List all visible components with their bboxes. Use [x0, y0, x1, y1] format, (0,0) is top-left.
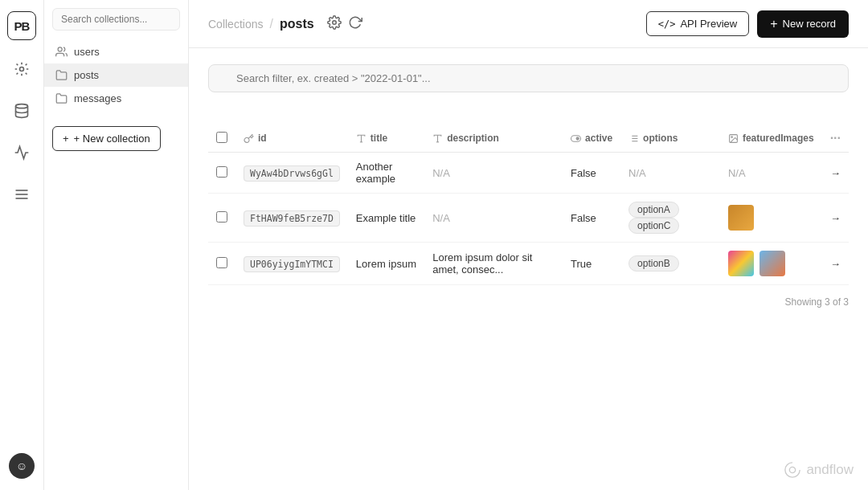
td-description-2: N/A [424, 194, 563, 243]
sidebar-item-posts[interactable]: posts [44, 63, 188, 87]
table-row: FtHAW9feB5rze7D Example title N/A False … [208, 194, 849, 243]
main-panel: Collections / posts </> API Preview + Ne… [189, 0, 868, 490]
th-title[interactable]: title [348, 125, 424, 153]
new-collection-button[interactable]: + + New collection [52, 126, 161, 151]
nav-icon-database[interactable] [9, 98, 35, 124]
table-header-row: id title description [208, 125, 849, 153]
main-header: Collections / posts </> API Preview + Ne… [189, 0, 868, 48]
td-title-3: Lorem ipsum [348, 243, 424, 285]
image-thumb-3b [760, 251, 785, 276]
list-icon [628, 133, 639, 144]
api-preview-button[interactable]: </> API Preview [646, 11, 750, 36]
type-icon-title [356, 133, 366, 144]
image-icon [728, 133, 739, 144]
svg-point-22 [731, 136, 733, 137]
breadcrumb-sep: / [269, 17, 272, 31]
row-checkbox-2[interactable] [216, 211, 227, 223]
api-code-icon: </> [658, 18, 676, 30]
breadcrumb-root[interactable]: Collections [208, 18, 263, 31]
main-content: id title description [189, 48, 868, 490]
th-options[interactable]: options [620, 125, 720, 153]
key-icon [244, 133, 254, 144]
sidebar-item-label-posts: posts [74, 69, 99, 81]
td-featured-images-3 [720, 243, 822, 285]
svg-point-6 [332, 21, 336, 25]
more-options-icon[interactable]: ··· [830, 131, 841, 145]
td-checkbox-1 [208, 153, 235, 194]
svg-point-0 [20, 67, 24, 71]
user-avatar[interactable]: ☺ [9, 453, 35, 479]
id-badge-2: FtHAW9feB5rze7D [244, 210, 340, 227]
select-all-checkbox[interactable] [216, 132, 227, 143]
th-active[interactable]: active [563, 125, 620, 153]
svg-point-14 [576, 137, 579, 139]
id-badge-1: WyAw4bDrvws6gGl [244, 165, 340, 182]
row-checkbox-1[interactable] [216, 166, 227, 178]
nav-icon-analytics[interactable] [9, 140, 35, 165]
header-icons [327, 15, 362, 32]
toggle-icon [571, 133, 581, 144]
sidebar-item-messages[interactable]: messages [44, 87, 188, 110]
td-description-1: N/A [424, 153, 563, 194]
th-checkbox [208, 125, 235, 153]
td-checkbox-3 [208, 243, 235, 285]
tag-optionC: optionC [628, 218, 679, 234]
id-badge-3: UP06yiygImYTMCI [244, 256, 340, 272]
sidebar-item-users[interactable]: users [44, 40, 188, 63]
breadcrumb: Collections / posts [208, 17, 314, 31]
search-wrapper [208, 64, 849, 108]
row-checkbox-3[interactable] [216, 257, 227, 268]
td-id-3: UP06yiygImYTMCI [235, 243, 348, 285]
td-featured-images-1: N/A [720, 153, 822, 194]
td-id-1: WyAw4bDrvws6gGl [235, 153, 348, 194]
nav-icon-settings[interactable] [9, 182, 35, 207]
tag-optionA: optionA [628, 202, 679, 218]
image-thumb-2 [728, 205, 754, 231]
api-preview-label: API Preview [680, 18, 737, 30]
new-collection-label: + New collection [74, 133, 150, 145]
settings-icon[interactable] [327, 15, 342, 32]
svg-point-5 [58, 47, 62, 51]
new-record-button[interactable]: + New record [757, 10, 849, 38]
nav-icon-collections[interactable] [9, 56, 35, 82]
th-featured-images[interactable]: featuredImages [720, 125, 822, 153]
refresh-icon[interactable] [348, 15, 362, 32]
new-collection-plus-icon: + [63, 133, 69, 145]
new-record-plus-icon: + [770, 17, 777, 31]
logo[interactable]: PB [7, 11, 36, 40]
icon-rail: PB ☺ [0, 0, 44, 490]
td-checkbox-2 [208, 194, 235, 243]
td-title-1: Another example [348, 153, 424, 194]
sidebar: users posts messages + + New collection [44, 0, 189, 490]
users-icon [55, 46, 68, 58]
type-icon-desc [432, 133, 443, 144]
td-options-2: optionA optionC [620, 194, 720, 243]
td-options-3: optionB [620, 243, 720, 285]
th-id[interactable]: id [235, 125, 348, 153]
td-arrow-2[interactable]: → [822, 194, 849, 243]
data-table: id title description [208, 125, 849, 285]
td-options-1: N/A [620, 153, 720, 194]
table-row: UP06yiygImYTMCI Lorem ipsum Lorem ipsum … [208, 243, 849, 285]
sidebar-item-label-messages: messages [74, 92, 121, 104]
svg-point-1 [16, 104, 28, 108]
table-row: WyAw4bDrvws6gGl Another example N/A Fals… [208, 153, 849, 194]
th-description[interactable]: description [424, 125, 563, 153]
td-title-2: Example title [348, 194, 424, 243]
folder-icon-messages [55, 92, 68, 104]
td-id-2: FtHAW9feB5rze7D [235, 194, 348, 243]
td-arrow-3[interactable]: → [822, 243, 849, 285]
breadcrumb-current: posts [280, 17, 314, 31]
search-filter-input[interactable] [208, 64, 849, 92]
header-right: </> API Preview + New record [646, 10, 849, 38]
new-record-label: New record [783, 18, 836, 30]
th-more: ··· [822, 125, 849, 153]
tag-optionB: optionB [628, 255, 679, 272]
td-active-1: False [563, 153, 620, 194]
sidebar-item-label-users: users [74, 46, 100, 58]
td-featured-images-2 [720, 194, 822, 243]
search-collections-input[interactable] [52, 8, 180, 31]
td-active-2: False [563, 194, 620, 243]
td-arrow-1[interactable]: → [822, 153, 849, 194]
image-thumb-3a [728, 251, 754, 276]
